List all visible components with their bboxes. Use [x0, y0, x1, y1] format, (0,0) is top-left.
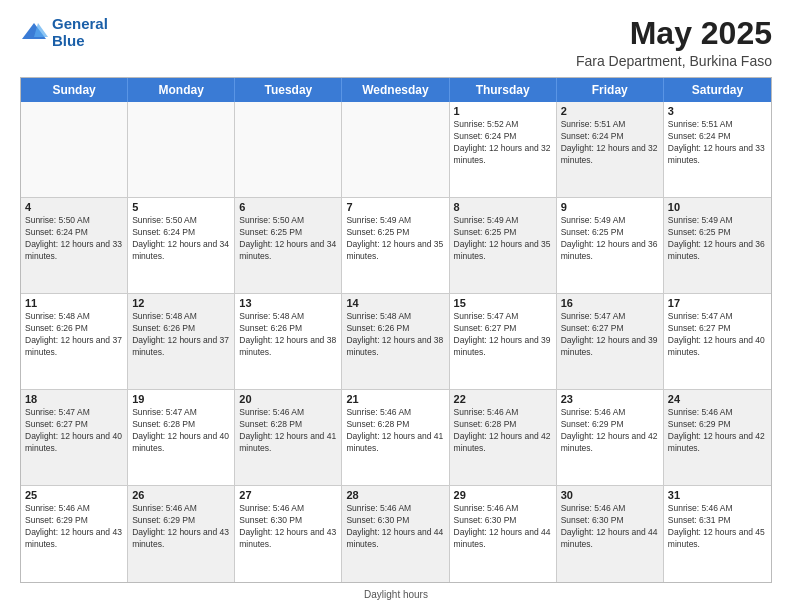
- day-info: Sunrise: 5:51 AMSunset: 6:24 PMDaylight:…: [561, 119, 659, 167]
- calendar-cell: 26Sunrise: 5:46 AMSunset: 6:29 PMDayligh…: [128, 486, 235, 582]
- day-number: 23: [561, 393, 659, 405]
- day-number: 15: [454, 297, 552, 309]
- day-info: Sunrise: 5:49 AMSunset: 6:25 PMDaylight:…: [346, 215, 444, 263]
- footer-note: Daylight hours: [20, 589, 772, 600]
- day-of-week-header: Tuesday: [235, 78, 342, 102]
- day-number: 5: [132, 201, 230, 213]
- calendar-week-row: 25Sunrise: 5:46 AMSunset: 6:29 PMDayligh…: [21, 486, 771, 582]
- calendar-cell: 16Sunrise: 5:47 AMSunset: 6:27 PMDayligh…: [557, 294, 664, 389]
- day-info: Sunrise: 5:50 AMSunset: 6:24 PMDaylight:…: [132, 215, 230, 263]
- calendar-week-row: 4Sunrise: 5:50 AMSunset: 6:24 PMDaylight…: [21, 198, 771, 294]
- day-info: Sunrise: 5:50 AMSunset: 6:25 PMDaylight:…: [239, 215, 337, 263]
- day-number: 12: [132, 297, 230, 309]
- calendar-cell: 29Sunrise: 5:46 AMSunset: 6:30 PMDayligh…: [450, 486, 557, 582]
- day-number: 1: [454, 105, 552, 117]
- calendar-header: SundayMondayTuesdayWednesdayThursdayFrid…: [21, 78, 771, 102]
- day-number: 16: [561, 297, 659, 309]
- day-info: Sunrise: 5:52 AMSunset: 6:24 PMDaylight:…: [454, 119, 552, 167]
- day-number: 26: [132, 489, 230, 501]
- calendar-cell: 25Sunrise: 5:46 AMSunset: 6:29 PMDayligh…: [21, 486, 128, 582]
- day-number: 31: [668, 489, 767, 501]
- day-number: 27: [239, 489, 337, 501]
- calendar-cell: 12Sunrise: 5:48 AMSunset: 6:26 PMDayligh…: [128, 294, 235, 389]
- calendar-cell: 1Sunrise: 5:52 AMSunset: 6:24 PMDaylight…: [450, 102, 557, 197]
- logo-text: General Blue: [52, 16, 108, 49]
- calendar-cell: 4Sunrise: 5:50 AMSunset: 6:24 PMDaylight…: [21, 198, 128, 293]
- day-number: 21: [346, 393, 444, 405]
- calendar-cell: 27Sunrise: 5:46 AMSunset: 6:30 PMDayligh…: [235, 486, 342, 582]
- day-number: 20: [239, 393, 337, 405]
- calendar-cell: 30Sunrise: 5:46 AMSunset: 6:30 PMDayligh…: [557, 486, 664, 582]
- day-number: 22: [454, 393, 552, 405]
- calendar-cell: 24Sunrise: 5:46 AMSunset: 6:29 PMDayligh…: [664, 390, 771, 485]
- calendar-cell: 19Sunrise: 5:47 AMSunset: 6:28 PMDayligh…: [128, 390, 235, 485]
- calendar-cell: [235, 102, 342, 197]
- calendar-cell: 28Sunrise: 5:46 AMSunset: 6:30 PMDayligh…: [342, 486, 449, 582]
- day-number: 4: [25, 201, 123, 213]
- calendar-cell: 23Sunrise: 5:46 AMSunset: 6:29 PMDayligh…: [557, 390, 664, 485]
- calendar-cell: 10Sunrise: 5:49 AMSunset: 6:25 PMDayligh…: [664, 198, 771, 293]
- calendar-cell: 2Sunrise: 5:51 AMSunset: 6:24 PMDaylight…: [557, 102, 664, 197]
- day-info: Sunrise: 5:49 AMSunset: 6:25 PMDaylight:…: [561, 215, 659, 263]
- day-info: Sunrise: 5:47 AMSunset: 6:27 PMDaylight:…: [454, 311, 552, 359]
- calendar-cell: 7Sunrise: 5:49 AMSunset: 6:25 PMDaylight…: [342, 198, 449, 293]
- day-of-week-header: Monday: [128, 78, 235, 102]
- calendar-cell: 15Sunrise: 5:47 AMSunset: 6:27 PMDayligh…: [450, 294, 557, 389]
- logo-icon: [20, 19, 48, 47]
- day-info: Sunrise: 5:48 AMSunset: 6:26 PMDaylight:…: [132, 311, 230, 359]
- day-of-week-header: Saturday: [664, 78, 771, 102]
- day-info: Sunrise: 5:48 AMSunset: 6:26 PMDaylight:…: [346, 311, 444, 359]
- day-number: 9: [561, 201, 659, 213]
- day-info: Sunrise: 5:46 AMSunset: 6:28 PMDaylight:…: [346, 407, 444, 455]
- day-number: 30: [561, 489, 659, 501]
- calendar-cell: [128, 102, 235, 197]
- calendar-cell: 21Sunrise: 5:46 AMSunset: 6:28 PMDayligh…: [342, 390, 449, 485]
- day-number: 28: [346, 489, 444, 501]
- calendar-cell: 8Sunrise: 5:49 AMSunset: 6:25 PMDaylight…: [450, 198, 557, 293]
- day-info: Sunrise: 5:46 AMSunset: 6:30 PMDaylight:…: [346, 503, 444, 551]
- svg-marker-1: [34, 23, 48, 37]
- day-info: Sunrise: 5:47 AMSunset: 6:27 PMDaylight:…: [25, 407, 123, 455]
- calendar-cell: 13Sunrise: 5:48 AMSunset: 6:26 PMDayligh…: [235, 294, 342, 389]
- day-info: Sunrise: 5:46 AMSunset: 6:28 PMDaylight:…: [454, 407, 552, 455]
- calendar-body: 1Sunrise: 5:52 AMSunset: 6:24 PMDaylight…: [21, 102, 771, 582]
- day-of-week-header: Friday: [557, 78, 664, 102]
- day-info: Sunrise: 5:49 AMSunset: 6:25 PMDaylight:…: [668, 215, 767, 263]
- day-number: 19: [132, 393, 230, 405]
- day-number: 7: [346, 201, 444, 213]
- day-number: 3: [668, 105, 767, 117]
- day-number: 29: [454, 489, 552, 501]
- calendar-cell: 3Sunrise: 5:51 AMSunset: 6:24 PMDaylight…: [664, 102, 771, 197]
- day-info: Sunrise: 5:47 AMSunset: 6:28 PMDaylight:…: [132, 407, 230, 455]
- calendar-cell: 9Sunrise: 5:49 AMSunset: 6:25 PMDaylight…: [557, 198, 664, 293]
- calendar-week-row: 18Sunrise: 5:47 AMSunset: 6:27 PMDayligh…: [21, 390, 771, 486]
- day-number: 8: [454, 201, 552, 213]
- calendar-cell: 5Sunrise: 5:50 AMSunset: 6:24 PMDaylight…: [128, 198, 235, 293]
- day-info: Sunrise: 5:46 AMSunset: 6:29 PMDaylight:…: [561, 407, 659, 455]
- day-number: 17: [668, 297, 767, 309]
- day-info: Sunrise: 5:46 AMSunset: 6:31 PMDaylight:…: [668, 503, 767, 551]
- day-number: 25: [25, 489, 123, 501]
- day-of-week-header: Wednesday: [342, 78, 449, 102]
- day-number: 10: [668, 201, 767, 213]
- calendar-cell: 22Sunrise: 5:46 AMSunset: 6:28 PMDayligh…: [450, 390, 557, 485]
- calendar: SundayMondayTuesdayWednesdayThursdayFrid…: [20, 77, 772, 583]
- day-number: 6: [239, 201, 337, 213]
- logo: General Blue: [20, 16, 108, 49]
- calendar-week-row: 1Sunrise: 5:52 AMSunset: 6:24 PMDaylight…: [21, 102, 771, 198]
- calendar-cell: 20Sunrise: 5:46 AMSunset: 6:28 PMDayligh…: [235, 390, 342, 485]
- day-info: Sunrise: 5:46 AMSunset: 6:29 PMDaylight:…: [668, 407, 767, 455]
- day-of-week-header: Thursday: [450, 78, 557, 102]
- subtitle: Fara Department, Burkina Faso: [576, 53, 772, 69]
- month-title: May 2025: [576, 16, 772, 51]
- day-number: 13: [239, 297, 337, 309]
- day-info: Sunrise: 5:46 AMSunset: 6:30 PMDaylight:…: [239, 503, 337, 551]
- calendar-cell: 17Sunrise: 5:47 AMSunset: 6:27 PMDayligh…: [664, 294, 771, 389]
- day-info: Sunrise: 5:46 AMSunset: 6:29 PMDaylight:…: [132, 503, 230, 551]
- page: General Blue May 2025 Fara Department, B…: [0, 0, 792, 612]
- calendar-cell: [342, 102, 449, 197]
- header: General Blue May 2025 Fara Department, B…: [20, 16, 772, 69]
- day-number: 18: [25, 393, 123, 405]
- day-info: Sunrise: 5:51 AMSunset: 6:24 PMDaylight:…: [668, 119, 767, 167]
- day-info: Sunrise: 5:48 AMSunset: 6:26 PMDaylight:…: [239, 311, 337, 359]
